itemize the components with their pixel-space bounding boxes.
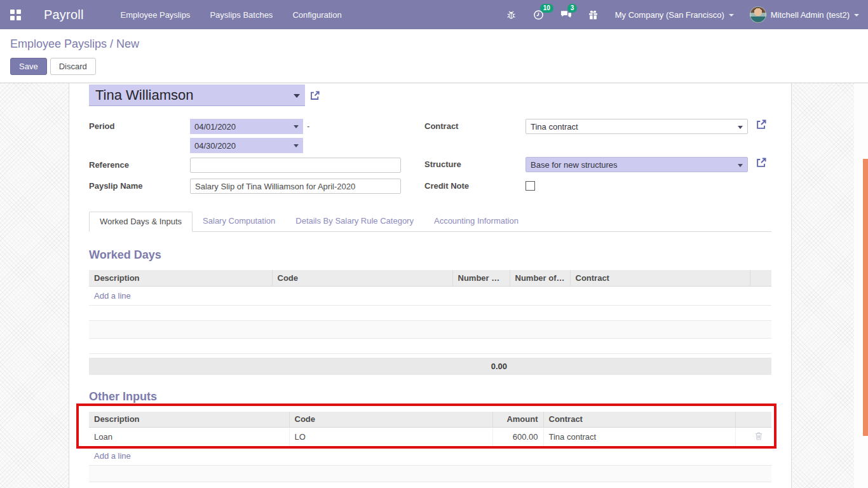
user-name: Mitchell Admin (test2) [771, 10, 850, 20]
scrollbar-thumb[interactable] [863, 159, 868, 436]
tab-details-by-salary-rule-category[interactable]: Details By Salary Rule Category [285, 212, 424, 232]
col-contract: Contract [543, 412, 735, 428]
other-inputs-header-row: Description Code Amount Contract [89, 412, 771, 428]
activity-count-badge: 10 [540, 4, 553, 13]
chevron-down-icon [738, 164, 743, 167]
contract-field[interactable]: Tina contract [526, 119, 748, 134]
avatar [750, 6, 766, 23]
chevron-down-icon [854, 14, 859, 17]
navbar-systray: 10 3 My Company (San Francisco) Mitch [506, 6, 859, 23]
col-number-of-hours: Number of … [510, 270, 570, 286]
other-inputs-add-a-line[interactable]: Add a line [89, 447, 771, 466]
gift-icon[interactable] [588, 9, 599, 20]
col-code: Code [272, 270, 452, 286]
cell-code[interactable]: LO [289, 428, 492, 447]
company-switcher[interactable]: My Company (San Francisco) [615, 10, 734, 20]
col-number-of-days: Number of … [452, 270, 510, 286]
breadcrumb[interactable]: Employee Payslips / New [10, 37, 858, 51]
contract-external-link-icon[interactable] [756, 119, 767, 130]
chevron-down-icon [294, 94, 300, 98]
employee-external-link-icon[interactable] [309, 90, 320, 101]
cell-amount[interactable]: 600.00 [492, 428, 543, 447]
payslip-name-label: Payslip Name [89, 179, 190, 191]
cell-description[interactable]: Loan [89, 428, 289, 447]
period-to-field[interactable]: 04/30/2020 [190, 138, 303, 153]
message-count-badge: 3 [567, 4, 578, 13]
period-from-field[interactable]: 04/01/2020 [190, 119, 303, 134]
content-area: Tina Williamson Period 04/01/2020 - [0, 83, 868, 488]
activities-clock-icon[interactable]: 10 [533, 9, 545, 20]
app-title: Payroll [44, 8, 84, 22]
menu-configuration[interactable]: Configuration [292, 10, 341, 20]
field-grid: Period 04/01/2020 - 04/30/2020 Referenc [89, 119, 771, 194]
main-menu: Employee Payslips Payslips Batches Confi… [121, 10, 342, 20]
worked-days-title: Worked Days [89, 248, 771, 262]
structure-value: Base for new structures [531, 160, 618, 170]
cell-contract[interactable]: Tina contract [543, 428, 735, 447]
other-inputs-table: Description Code Amount Contract Loan LO… [89, 412, 771, 483]
other-inputs-title: Other Inputs [89, 390, 771, 403]
discard-button[interactable]: Discard [50, 58, 96, 75]
empty-row [89, 320, 771, 338]
left-field-column: Period 04/01/2020 - 04/30/2020 Referenc [89, 119, 407, 194]
company-name: My Company (San Francisco) [615, 10, 724, 20]
employee-field[interactable]: Tina Williamson [89, 85, 305, 106]
col-description: Description [89, 270, 272, 286]
save-button[interactable]: Save [10, 58, 47, 75]
employee-name-value: Tina Williamson [95, 87, 193, 104]
empty-row [89, 338, 771, 353]
col-code: Code [289, 412, 492, 428]
chevron-down-icon [294, 125, 299, 128]
control-panel: Employee Payslips / New Save Discard [0, 29, 868, 83]
top-navbar: Payroll Employee Payslips Payslips Batch… [0, 0, 868, 29]
period-to-value: 04/30/2020 [194, 141, 236, 151]
delete-row-button[interactable] [735, 428, 771, 447]
col-description: Description [89, 412, 289, 428]
worked-days-header-row: Description Code Number of … Number of …… [89, 270, 771, 286]
messages-chat-icon[interactable]: 3 [560, 9, 572, 20]
apps-grid-icon[interactable] [10, 10, 21, 20]
contract-value: Tina contract [531, 122, 578, 132]
form-sheet: Tina Williamson Period 04/01/2020 - [69, 83, 792, 488]
col-amount: Amount [492, 412, 543, 428]
chevron-down-icon [294, 144, 299, 147]
tab-salary-computation[interactable]: Salary Computation [193, 212, 285, 232]
menu-employee-payslips[interactable]: Employee Payslips [121, 10, 191, 20]
empty-row [89, 466, 771, 482]
structure-external-link-icon[interactable] [756, 157, 767, 168]
tab-accounting-information[interactable]: Accounting Information [424, 212, 529, 232]
user-menu[interactable]: Mitchell Admin (test2) [750, 6, 859, 23]
worked-days-add-line-row: Add a line [89, 286, 771, 305]
credit-note-label: Credit Note [424, 179, 526, 191]
worked-days-total-row: 0.00 [89, 358, 771, 375]
credit-note-checkbox[interactable] [526, 181, 535, 191]
col-actions [750, 270, 771, 286]
notebook-tabs: Worked Days & Inputs Salary Computation … [89, 212, 771, 232]
other-inputs-add-line-row: Add a line [89, 447, 771, 466]
worked-days-table: Description Code Number of … Number of …… [89, 270, 771, 354]
reference-label: Reference [89, 158, 190, 170]
contract-label: Contract [424, 119, 526, 131]
reference-input[interactable] [190, 158, 401, 173]
other-inputs-row-loan[interactable]: Loan LO 600.00 Tina contract [89, 428, 771, 447]
empty-row [89, 305, 771, 320]
payslip-name-input[interactable] [190, 179, 401, 194]
right-field-column: Contract Tina contract Structure Base f [424, 119, 771, 194]
chevron-down-icon [729, 14, 734, 17]
col-contract: Contract [570, 270, 750, 286]
period-from-value: 04/01/2020 [194, 122, 236, 132]
period-separator: - [307, 119, 309, 131]
tab-worked-days-inputs[interactable]: Worked Days & Inputs [89, 212, 193, 232]
period-label: Period [89, 119, 190, 131]
employee-name-row: Tina Williamson [89, 85, 771, 106]
chevron-down-icon [738, 126, 743, 129]
control-panel-buttons: Save Discard [10, 58, 858, 75]
worked-days-total: 0.00 [89, 362, 510, 371]
structure-field[interactable]: Base for new structures [526, 157, 748, 172]
menu-payslips-batches[interactable]: Payslips Batches [210, 10, 273, 20]
debug-bug-icon[interactable] [506, 9, 517, 20]
worked-days-add-a-line[interactable]: Add a line [89, 286, 771, 305]
structure-label: Structure [424, 157, 526, 169]
col-actions [735, 412, 771, 428]
